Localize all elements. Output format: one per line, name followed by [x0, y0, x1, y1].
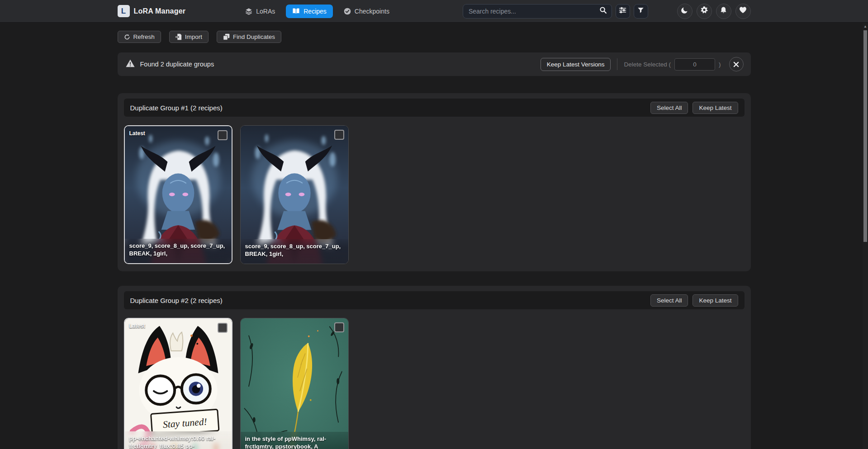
group-2-title: Duplicate Group #2 (2 recipes) [130, 297, 223, 304]
duplicate-group-1: Duplicate Group #1 (2 recipes) Select Al… [118, 93, 751, 271]
recipe-thumbnail-cat-art: Stay tuned! [125, 319, 232, 449]
tab-recipes-label: Recipes [304, 8, 327, 15]
recipe-checkbox[interactable] [334, 322, 344, 332]
app-logo-group[interactable]: L LoRA Manager [118, 5, 186, 17]
group-1-header: Duplicate Group #1 (2 recipes) Select Al… [124, 99, 745, 117]
navbar: L LoRA Manager LoRAs [0, 0, 868, 23]
recipe-caption: pp-enchanted-whimsy:0.90 ral-frctlgmtry_… [125, 431, 232, 449]
search-icon[interactable] [599, 6, 607, 16]
divider [617, 58, 617, 70]
tab-loras-label: LoRAs [256, 8, 275, 15]
app-title: LoRA Manager [134, 7, 186, 15]
find-duplicates-label: Find Duplicates [233, 33, 275, 40]
warning-icon [126, 59, 135, 69]
search-input[interactable] [469, 8, 599, 15]
delete-selected-label: Delete Selected ( [624, 61, 671, 68]
bell-icon [720, 6, 727, 16]
notifications-button[interactable] [716, 4, 731, 19]
heart-icon [739, 6, 747, 16]
recipe-thumbnail-feather-art [241, 318, 348, 449]
toolbar: Refresh Import Find Dupl [118, 31, 751, 43]
app-logo: L [118, 5, 130, 17]
group-1-title: Duplicate Group #1 (2 recipes) [130, 104, 223, 112]
filter-settings-button[interactable] [616, 4, 630, 19]
app-logo-letter: L [121, 7, 126, 16]
recipe-caption: score_9, score_8_up, score_7_up, BREAK, … [125, 239, 232, 263]
group-2-select-all-button[interactable]: Select All [650, 294, 688, 307]
refresh-label: Refresh [133, 33, 155, 40]
group-1-select-all-button[interactable]: Select All [650, 102, 688, 114]
duplicates-alert-bar: Found 2 duplicate groups Keep Latest Ver… [118, 52, 751, 76]
page: L LoRA Manager LoRAs [0, 0, 868, 449]
book-icon [292, 8, 300, 14]
group-1-keep-latest-button[interactable]: Keep Latest [693, 102, 738, 114]
latest-badge: Latest [129, 323, 145, 329]
keep-latest-versions-button[interactable]: Keep Latest Versions [541, 58, 611, 71]
scrollbar-up-arrow[interactable]: ▲ [863, 24, 868, 29]
import-label: Import [185, 33, 202, 40]
recipe-caption: in the style of ppWhimsy, ral-frctlgmtry… [241, 432, 348, 449]
sliders-icon [619, 7, 626, 15]
funnel-icon [637, 7, 644, 15]
duplicate-group-2: Duplicate Group #2 (2 recipes) Select Al… [118, 286, 751, 449]
delete-selected-group: Delete Selected ( ) [624, 58, 721, 71]
recipe-caption: score_9, score_8_up, score_7_up, BREAK, … [241, 239, 348, 264]
delete-selected-suffix: ) [719, 61, 721, 68]
navbar-actions [677, 4, 751, 19]
alert-message: Found 2 duplicate groups [140, 61, 214, 68]
refresh-button[interactable]: Refresh [118, 31, 161, 43]
group-1-cards: Latest score_9, score_8_up, score_7_up, … [124, 125, 745, 264]
search-box [463, 4, 612, 19]
recipe-card[interactable]: Stay tuned! Latest pp-enchanted-whimsy:0… [124, 318, 232, 449]
recipe-card[interactable]: Latest score_9, score_8_up, score_7_up, … [124, 125, 232, 264]
tab-loras[interactable]: LoRAs [239, 5, 281, 18]
find-duplicates-button[interactable]: Find Duplicates [217, 31, 281, 43]
recipe-checkbox[interactable] [218, 323, 228, 333]
group-2-cards: Stay tuned! Latest pp-enchanted-whimsy:0… [124, 318, 745, 449]
nav-tabs: LoRAs Recipes [239, 5, 396, 18]
tab-checkpoints-label: Checkpoints [355, 8, 389, 15]
scrollbar-thumb[interactable] [863, 30, 867, 242]
moon-icon [681, 6, 688, 16]
group-2-keep-latest-button[interactable]: Keep Latest [693, 294, 738, 307]
latest-badge: Latest [129, 130, 145, 137]
group-2-header: Duplicate Group #2 (2 recipes) Select Al… [124, 291, 745, 309]
filter-button[interactable] [634, 4, 648, 19]
import-button[interactable]: Import [169, 31, 209, 43]
scrollbar[interactable]: ▲ [863, 23, 868, 449]
check-circle-icon [344, 8, 351, 15]
theme-toggle-button[interactable] [677, 4, 693, 19]
delete-count-input[interactable] [674, 58, 715, 71]
recipe-checkbox[interactable] [334, 130, 344, 140]
support-button[interactable] [735, 4, 751, 19]
recipe-card[interactable]: in the style of ppWhimsy, ral-frctlgmtry… [240, 318, 349, 449]
refresh-icon [124, 34, 130, 40]
settings-button[interactable] [697, 4, 712, 19]
recipe-card[interactable]: score_9, score_8_up, score_7_up, BREAK, … [240, 125, 349, 264]
layers-icon [245, 8, 252, 15]
tab-checkpoints[interactable]: Checkpoints [337, 5, 396, 18]
gear-icon [700, 6, 708, 16]
tab-recipes[interactable]: Recipes [286, 5, 333, 18]
import-icon [175, 33, 182, 40]
recipe-checkbox[interactable] [218, 130, 228, 140]
close-icon[interactable] [729, 57, 744, 71]
duplicates-icon [223, 33, 230, 40]
